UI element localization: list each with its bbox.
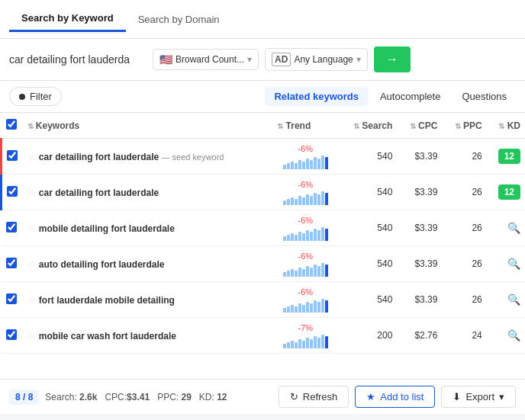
kd-search-icon[interactable]: 🔍 — [507, 258, 520, 270]
cpc-cell: $3.39 — [397, 210, 442, 246]
row-checkbox[interactable] — [6, 222, 17, 232]
location-label: Broward Count... — [176, 54, 244, 65]
search-volume-cell: 540 — [338, 175, 397, 210]
refresh-button[interactable]: ↻ Refresh — [279, 386, 349, 408]
trend-bar-segment — [321, 227, 324, 241]
kd-search-icon[interactable]: 🔍 — [507, 293, 520, 306]
trend-bar-segment — [298, 232, 301, 241]
col-ppc: ⇅ PPC — [442, 113, 486, 139]
trend-bar-segment — [291, 341, 294, 348]
kd-cell: 12 — [487, 175, 525, 210]
trend-bar-segment — [295, 199, 298, 205]
star-button[interactable]: ☆ — [27, 151, 37, 162]
search-volume-cell: 540 — [338, 210, 397, 246]
star-button[interactable]: ☆ — [27, 223, 37, 234]
trend-bar-segment — [310, 339, 313, 348]
trend-bar-segment — [306, 338, 309, 348]
table-row: ☆ mobile car wash fort lauderdale-7%200$… — [2, 318, 526, 354]
trend-bar-segment — [295, 271, 298, 277]
trend-bar-segment — [298, 303, 301, 313]
trend-bar-segment — [287, 306, 290, 313]
row-checkbox[interactable] — [7, 186, 18, 197]
trend-bar-segment — [287, 271, 290, 277]
location-chevron-icon: ▾ — [247, 54, 252, 65]
trend-bar-segment — [321, 155, 324, 169]
keyword-text: car detailing fort lauderdale — [39, 152, 159, 162]
filter-dot-icon — [19, 94, 25, 100]
flag-icon: 🇺🇸 — [159, 53, 172, 66]
trend-bar-segment — [321, 191, 324, 205]
trend-cell: -6% — [272, 139, 338, 175]
search-go-button[interactable]: → — [374, 46, 411, 72]
kd-search-icon[interactable]: 🔍 — [507, 329, 520, 341]
trend-bar-segment — [314, 229, 317, 241]
trend-bar-segment — [325, 265, 328, 277]
trend-bar-segment — [317, 302, 320, 313]
select-all-checkbox[interactable] — [6, 119, 17, 130]
export-chevron-icon: ▾ — [499, 391, 504, 402]
trend-bar-segment — [317, 338, 320, 348]
sort-icon: ⇅ — [353, 122, 359, 130]
trend-bar-segment — [306, 194, 309, 205]
row-checkbox[interactable] — [6, 329, 17, 340]
keyword-text: fort lauderdale mobile detailing — [39, 295, 175, 306]
table-row: ☆ car detailing fort lauderdale — seed k… — [2, 139, 526, 175]
trend-bar-segment — [310, 268, 313, 277]
add-to-list-button[interactable]: ★ Add to list — [355, 386, 435, 408]
trend-bar-segment — [283, 344, 286, 348]
location-selector[interactable]: 🇺🇸 Broward Count... ▾ — [153, 49, 259, 70]
trend-bar-segment — [325, 157, 328, 169]
trend-bar-segment — [317, 230, 320, 241]
kd-search-icon[interactable]: 🔍 — [507, 222, 520, 234]
bottom-bar: 8 / 8 Search: 2.6k CPC:$3.41 PPC: 29 KD:… — [0, 379, 525, 414]
trend-bar-segment — [314, 300, 317, 313]
trend-cell: -6% — [272, 175, 338, 210]
keyword-text: mobile car wash fort lauderdale — [39, 331, 176, 341]
cpc-cell: $3.39 — [397, 282, 442, 318]
stats-summary: Search: 2.6k CPC:$3.41 PPC: 29 KD: 12 — [45, 392, 227, 402]
search-input[interactable] — [9, 53, 147, 66]
export-button[interactable]: ⬇ Export ▾ — [441, 386, 516, 408]
trend-percent: -6% — [298, 180, 314, 189]
trend-bar-segment — [310, 303, 313, 313]
language-selector[interactable]: AD Any Language ▾ — [265, 48, 368, 71]
arrow-right-icon: → — [386, 53, 398, 66]
trend-bar-segment — [325, 336, 328, 348]
trend-bar-segment — [314, 157, 317, 169]
search-volume-cell: 540 — [338, 139, 397, 175]
trend-bar-segment — [283, 308, 286, 313]
tab-search-by-domain[interactable]: Search by Domain — [126, 8, 232, 31]
trend-bar-segment — [302, 197, 305, 205]
filter-button[interactable]: Filter — [9, 87, 62, 106]
cpc-cell: $3.39 — [397, 175, 442, 210]
search-bar: 🇺🇸 Broward Count... ▾ AD Any Language ▾ … — [0, 39, 525, 81]
tab-questions[interactable]: Questions — [453, 87, 516, 106]
col-cpc: ⇅ CPC — [397, 113, 442, 139]
row-checkbox[interactable] — [6, 293, 17, 304]
sort-icon: ⇅ — [498, 122, 504, 130]
star-button[interactable]: ☆ — [27, 187, 37, 198]
trend-bar-segment — [295, 163, 298, 169]
trend-cell: -6% — [272, 210, 338, 246]
tab-autocomplete[interactable]: Autocomplete — [371, 87, 450, 106]
tab-related-keywords[interactable]: Related keywords — [265, 87, 368, 106]
trend-bar-segment — [302, 233, 305, 241]
table-row: ☆ mobile detailing fort lauderdale-6%540… — [2, 210, 526, 246]
trend-bar-segment — [310, 196, 313, 205]
star-button[interactable]: ☆ — [27, 294, 37, 306]
results-count: 8 / 8 — [9, 390, 39, 405]
row-checkbox[interactable] — [6, 258, 17, 268]
trend-bar-segment — [306, 302, 309, 313]
star-button[interactable]: ☆ — [27, 330, 37, 341]
trend-bar-segment — [310, 232, 313, 241]
trend-bar-segment — [287, 235, 290, 241]
trend-cell: -6% — [272, 246, 338, 282]
refresh-icon: ↻ — [290, 391, 298, 402]
trend-bar-segment — [287, 342, 290, 348]
ppc-cell: 26 — [442, 210, 486, 246]
row-checkbox[interactable] — [7, 150, 18, 161]
tab-search-by-keyword[interactable]: Search by Keyword — [9, 6, 126, 32]
keyword-text: mobile detailing fort lauderdale — [39, 223, 175, 234]
star-button[interactable]: ☆ — [27, 258, 37, 270]
trend-bar-segment — [321, 299, 324, 313]
